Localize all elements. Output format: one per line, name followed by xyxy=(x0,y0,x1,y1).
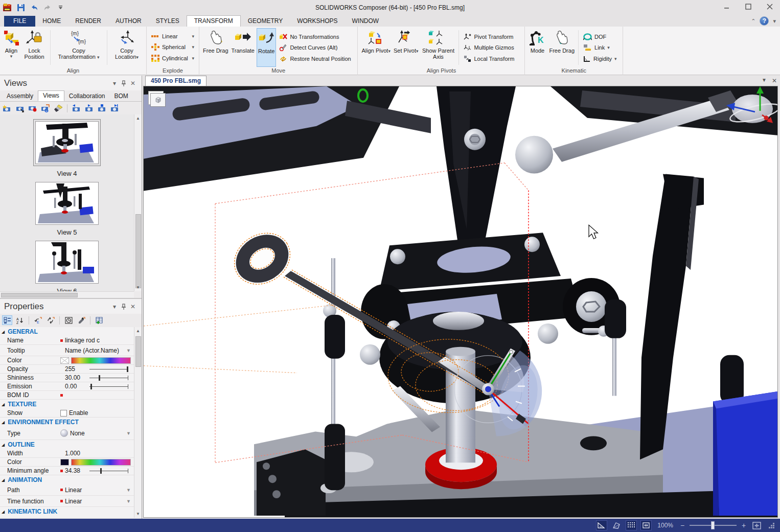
redo-icon[interactable] xyxy=(42,3,53,13)
undo-icon[interactable] xyxy=(29,3,39,13)
tab-author[interactable]: AUTHOR xyxy=(108,16,149,27)
update-view-icon[interactable] xyxy=(15,103,25,113)
free-drag-button[interactable]: Free Drag xyxy=(202,28,230,67)
reset-values-icon[interactable] xyxy=(63,315,74,325)
resize-grip-icon[interactable] xyxy=(766,520,777,530)
scrollbar-thumb[interactable] xyxy=(135,336,141,367)
property-row-color[interactable]: Color xyxy=(0,356,134,365)
set-pivot-button[interactable]: Set Pivot▾ xyxy=(393,28,420,67)
property-row-texture-show[interactable]: Show Enable xyxy=(0,409,134,418)
detect-curves-button[interactable]: Detect Curves (Alt) xyxy=(279,44,353,51)
viewport-canvas[interactable] xyxy=(143,86,778,518)
zoom-slider[interactable] xyxy=(690,521,737,529)
opacity-slider[interactable] xyxy=(89,366,128,373)
save-icon[interactable] xyxy=(16,3,26,13)
tab-workshops[interactable]: WORKSHOPS xyxy=(290,16,345,27)
tab-bom[interactable]: BOM xyxy=(110,91,133,101)
rotate-button[interactable]: Rotate xyxy=(257,28,276,67)
view-thumbnail[interactable]: View 5 xyxy=(31,182,103,236)
qat-customize-icon[interactable] xyxy=(56,3,66,13)
show-parent-axis-button[interactable]: Show Parent Axis xyxy=(420,28,456,67)
collapse-all-icon[interactable]: E xyxy=(33,315,43,325)
outline-color-swatch[interactable] xyxy=(60,459,69,466)
dropdown-caret-icon[interactable]: ▼ xyxy=(126,431,131,436)
custom-views-icon[interactable] xyxy=(40,103,51,113)
tab-views[interactable]: Views xyxy=(38,90,64,101)
refresh-icon[interactable] xyxy=(45,315,56,325)
property-row-name[interactable]: Name linkage rod c xyxy=(0,336,134,345)
manage-properties-icon[interactable] xyxy=(94,315,104,325)
tab-collaboration[interactable]: Collaboration xyxy=(64,91,110,101)
multiple-gizmos-button[interactable]: Multiple Gizmos xyxy=(464,44,520,51)
stop-view-icon[interactable] xyxy=(97,103,107,113)
section-kinematic-link[interactable]: ◢KINEMATIC LINK xyxy=(0,507,134,516)
views-scrollbar[interactable]: ▲ ▼ xyxy=(134,114,142,291)
tab-file[interactable]: FILE xyxy=(4,16,35,27)
panel-menu-icon[interactable]: ▾ xyxy=(110,79,119,87)
record-view-icon[interactable] xyxy=(28,103,38,113)
dropdown-caret-icon[interactable]: ▼ xyxy=(126,488,131,493)
minimize-icon[interactable] xyxy=(720,1,734,12)
section-outline[interactable]: ◢OUTLINE xyxy=(0,440,134,449)
property-row-emission[interactable]: Emission 0.00 xyxy=(0,382,134,391)
minimum-angle-slider[interactable] xyxy=(89,468,128,474)
zoom-out-button[interactable]: − xyxy=(679,521,686,529)
fit-page-icon[interactable] xyxy=(640,520,652,530)
pivot-transform-button[interactable]: Pivot Transform xyxy=(464,33,520,40)
close-icon[interactable]: ✕ xyxy=(128,303,137,311)
property-row-shininess[interactable]: Shininess 30.00 xyxy=(0,374,134,382)
explode-linear-button[interactable]: Linear ▾ xyxy=(151,33,194,39)
property-row-bom-id[interactable]: BOM ID xyxy=(0,391,134,400)
section-animation[interactable]: ◢ANIMATION xyxy=(0,475,134,484)
enable-checkbox[interactable] xyxy=(60,410,67,417)
scrollbar-thumb[interactable] xyxy=(1,293,78,297)
explode-spherical-button[interactable]: Spherical ▾ xyxy=(151,43,194,51)
property-row-time-function[interactable]: Time function Linear▼ xyxy=(0,496,134,507)
zoom-in-button[interactable]: + xyxy=(740,521,747,529)
categorized-icon[interactable] xyxy=(2,315,12,325)
tab-geometry[interactable]: GEOMETRY xyxy=(241,16,290,27)
shininess-slider[interactable] xyxy=(89,375,128,381)
section-texture[interactable]: ◢TEXTURE xyxy=(0,400,134,409)
pin-icon[interactable] xyxy=(119,79,128,87)
link-button[interactable]: Link ▾ xyxy=(583,44,618,51)
panel-menu-icon[interactable]: ▾ xyxy=(110,303,119,311)
color-gradient-bar[interactable] xyxy=(71,459,131,466)
view-thumbnail[interactable]: View 6 xyxy=(31,241,103,291)
lock-position-button[interactable]: Lock Position xyxy=(21,28,48,67)
scroll-down-icon[interactable]: ▼ xyxy=(134,284,142,291)
pin-icon[interactable] xyxy=(119,303,128,311)
new-view-icon[interactable] xyxy=(2,103,12,113)
property-row-outline-width[interactable]: Width 1.000 xyxy=(0,449,134,458)
restore-neutral-position-button[interactable]: Restore Neutral Position xyxy=(279,55,353,62)
properties-scrollbar[interactable]: ▲ ▼ xyxy=(134,327,142,518)
property-row-opacity[interactable]: Opacity 255 xyxy=(0,365,134,374)
explode-cylindrical-button[interactable]: Cylindrical ▾ xyxy=(151,55,194,62)
viewport-mode-icon[interactable] xyxy=(150,93,166,107)
property-row-env-type[interactable]: Type None▼ xyxy=(0,427,134,440)
next-view-icon[interactable] xyxy=(109,103,120,113)
emission-slider[interactable] xyxy=(89,383,128,390)
tab-transform[interactable]: TRANSFORM xyxy=(187,15,241,27)
align-pivot-button[interactable]: Align Pivot▾ xyxy=(360,28,392,67)
scrollbar-thumb[interactable] xyxy=(135,214,141,288)
color-gradient-bar[interactable] xyxy=(71,357,131,364)
help-menu-caret-icon[interactable]: ▾ xyxy=(773,18,776,25)
tab-home[interactable]: HOME xyxy=(35,16,68,27)
section-general[interactable]: ◢GENERAL xyxy=(0,327,134,336)
grid-icon[interactable] xyxy=(626,520,637,530)
tab-render[interactable]: RENDER xyxy=(68,16,108,27)
ruler-icon[interactable] xyxy=(596,520,607,530)
document-tab[interactable]: 450 Pro FBL.smg xyxy=(145,76,207,86)
section-environment-effect[interactable]: ◢ENVIRONMENT EFFECT xyxy=(0,418,134,427)
no-color-swatch[interactable] xyxy=(60,357,69,364)
copy-transformation-button[interactable]: {m}{m} Copy Transformation ▾ xyxy=(53,28,104,67)
rigidity-button[interactable]: Rigidity ▾ xyxy=(583,55,618,62)
dof-button[interactable]: DOF xyxy=(583,33,618,40)
copy-location-button[interactable]: Copy Location▾ xyxy=(110,28,144,67)
property-row-link-type[interactable]: Link type F xyxy=(0,516,134,518)
tab-window[interactable]: WINDOW xyxy=(345,16,386,27)
views-h-scrollbar[interactable] xyxy=(0,291,134,298)
property-row-minimum-angle[interactable]: Minimum angle 34.38 xyxy=(0,467,134,475)
help-icon[interactable]: ? xyxy=(760,16,769,26)
